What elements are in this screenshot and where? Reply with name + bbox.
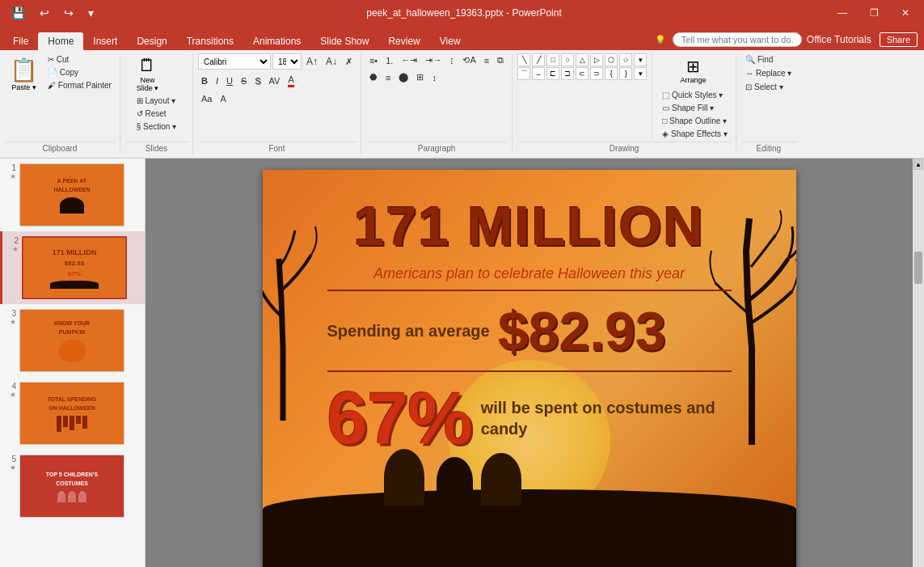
shape-icon-14[interactable]: ⊃: [590, 67, 603, 80]
align-right-button[interactable]: ⬤: [395, 70, 411, 84]
shape-icon-15[interactable]: {: [605, 67, 618, 80]
shape-arrange[interactable]: ▾: [634, 67, 647, 80]
scroll-up-button[interactable]: ▲: [913, 159, 923, 170]
smartart-button[interactable]: ⧉: [494, 53, 507, 67]
align-left-button[interactable]: ⬣: [366, 70, 381, 84]
shape-icon-8[interactable]: ☆: [619, 53, 632, 66]
tab-view[interactable]: View: [430, 32, 470, 50]
close-button[interactable]: ✕: [893, 4, 918, 22]
find-button[interactable]: 🔍 Find: [742, 53, 776, 66]
canvas-area: 171 MILLION Americans plan to celebrate …: [146, 159, 913, 567]
tab-design[interactable]: Design: [127, 32, 176, 50]
shape-icon-3[interactable]: □: [546, 53, 559, 66]
shape-icon-11[interactable]: ⊏: [546, 67, 559, 80]
font-color2-button[interactable]: A: [217, 92, 229, 105]
shape-icon-9[interactable]: ⌒: [517, 67, 530, 80]
undo-button[interactable]: ↩: [35, 5, 54, 21]
slide-item-4[interactable]: 4 ★ TOTAL SPENDING ON HALLOWEEN: [0, 377, 145, 450]
format-painter-button[interactable]: 🖌 Format Painter: [44, 79, 115, 91]
arrange-button[interactable]: ⊞ Arrange: [656, 53, 731, 87]
increase-indent-button[interactable]: ⇥→: [422, 53, 445, 67]
scroll-thumb[interactable]: [914, 252, 922, 284]
shape-icon-10[interactable]: ⌣: [532, 67, 545, 80]
font-size-select[interactable]: 18: [272, 53, 302, 70]
office-tutorials-link[interactable]: Office Tutorials: [802, 32, 876, 47]
tab-insert[interactable]: Insert: [83, 32, 127, 50]
section-button[interactable]: § Section ▾: [133, 121, 179, 133]
text-case-button[interactable]: Aa: [198, 92, 215, 105]
shape-icon-5[interactable]: △: [576, 53, 589, 66]
shape-icon-6[interactable]: ▷: [590, 53, 603, 66]
minimize-button[interactable]: —: [829, 4, 855, 22]
tab-file[interactable]: File: [3, 32, 38, 50]
slide-thumb-inner-3: KNOW YOUR PUMPKIN: [20, 310, 124, 371]
shape-icon-1[interactable]: ╲: [517, 53, 530, 66]
reset-button[interactable]: ↺ Reset: [133, 108, 179, 120]
bullets-button[interactable]: ≡•: [366, 54, 381, 67]
shape-icon-2[interactable]: ╱: [532, 53, 545, 66]
redo-button[interactable]: ↪: [59, 5, 78, 21]
strikethrough-button[interactable]: S: [238, 74, 250, 87]
italic-button[interactable]: I: [213, 74, 222, 87]
char-spacing-button[interactable]: AV: [266, 74, 284, 87]
tab-slideshow[interactable]: Slide Show: [310, 32, 378, 50]
shape-effects-button[interactable]: ◈ Shape Effects ▾: [659, 128, 731, 140]
slide-star-4: ★: [10, 391, 16, 399]
column-button[interactable]: ⫶: [446, 54, 458, 67]
font-color-button[interactable]: A: [285, 73, 297, 89]
justify-button[interactable]: ⊞: [413, 70, 427, 84]
drawing-right-section: ⊞ Arrange ⬚ Quick Styles ▾ ▭ Shape Fill …: [652, 53, 731, 140]
save-button[interactable]: 💾: [6, 5, 30, 21]
underline-button[interactable]: U: [223, 74, 236, 87]
shape-dropdown[interactable]: ▾: [634, 53, 647, 66]
bold-button[interactable]: B: [198, 74, 211, 87]
line-spacing-button[interactable]: ↕: [428, 71, 440, 84]
replace-button[interactable]: ↔ Replace ▾: [742, 67, 795, 79]
shape-fill-button[interactable]: ▭ Shape Fill ▾: [659, 102, 731, 114]
shape-icon-12[interactable]: ⊐: [561, 67, 574, 80]
tab-review[interactable]: Review: [378, 32, 429, 50]
slide-percent-text: 67%: [327, 382, 473, 455]
slide-item-5[interactable]: 5 ★ TOP 5 CHILDREN'S COSTUMES: [0, 450, 145, 523]
select-button[interactable]: ⊡ Select ▾: [742, 81, 786, 93]
clipboard-label: Clipboard: [5, 142, 115, 154]
clear-format-button[interactable]: ✗: [342, 55, 356, 69]
tab-transitions[interactable]: Transitions: [177, 32, 243, 50]
slide-divider-2: [327, 370, 732, 372]
copy-button[interactable]: 📄 Copy: [44, 66, 115, 78]
cut-button[interactable]: ✂ Cut: [44, 53, 115, 66]
font-family-select[interactable]: Calibri: [198, 53, 271, 70]
slide-spending-label: Spending an average: [327, 321, 490, 341]
tab-home[interactable]: Home: [38, 32, 83, 50]
slide-item-2[interactable]: 2 ★ 171 MILLION $82.93 67%: [0, 231, 145, 304]
decrease-font-button[interactable]: A↓: [323, 54, 340, 69]
increase-font-button[interactable]: A↑: [303, 54, 321, 69]
new-slide-button[interactable]: 🗒 New Slide ▾: [133, 53, 162, 94]
paragraph-label: Paragraph: [366, 142, 507, 154]
align-text-button[interactable]: ≡: [481, 54, 492, 67]
slide-item-1[interactable]: 1 ★ A PEEK AT HALLOWEEN: [0, 159, 145, 231]
window-title: peek_at_halloween_19363.pptx - PowerPoin…: [99, 7, 829, 19]
align-center-button[interactable]: ≡: [382, 71, 394, 84]
numbering-button[interactable]: 1.: [382, 54, 396, 67]
layout-button[interactable]: ⊞ Layout ▾: [133, 95, 179, 107]
tab-animations[interactable]: Animations: [243, 32, 310, 50]
text-direction-button[interactable]: ⟲A: [459, 53, 479, 67]
shape-row-2: ⌒ ⌣ ⊏ ⊐ ⊂ ⊃ { } ▾: [517, 67, 647, 80]
shape-icon-7[interactable]: ⬡: [605, 53, 618, 66]
slide-item-3[interactable]: 3 ★ KNOW YOUR PUMPKIN: [0, 304, 145, 377]
font-format-row: B I U S S AV A: [198, 73, 297, 89]
shape-icon-4[interactable]: ○: [561, 53, 574, 66]
shape-icon-16[interactable]: }: [619, 67, 632, 80]
shape-outline-button[interactable]: □ Shape Outline ▾: [659, 115, 731, 127]
quick-styles-button[interactable]: ⬚ Quick Styles ▾: [659, 89, 731, 101]
slide-number-2: 2: [7, 236, 19, 245]
shape-icon-13[interactable]: ⊂: [576, 67, 589, 80]
shadow-button[interactable]: S: [251, 74, 264, 87]
tell-me-input[interactable]: [673, 32, 802, 47]
decrease-indent-button[interactable]: ←⇥: [398, 53, 420, 67]
paste-button[interactable]: 📋 Paste ▾: [5, 53, 43, 95]
restore-button[interactable]: ❐: [862, 4, 887, 22]
share-button[interactable]: Share: [880, 32, 918, 47]
customize-qat-button[interactable]: ▾: [83, 5, 99, 21]
